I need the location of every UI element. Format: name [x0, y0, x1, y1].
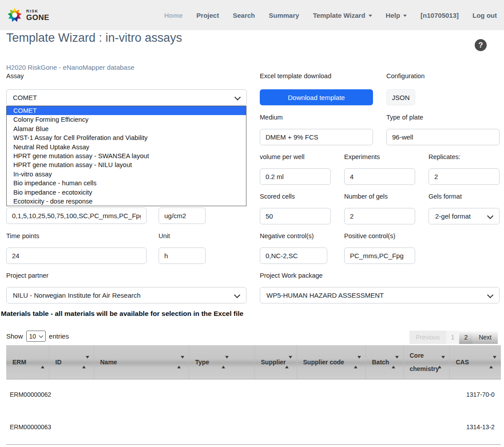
configuration-label: Configuration [386, 72, 425, 80]
riskgone-pinwheel-icon [6, 7, 23, 24]
sort-both-icon [489, 355, 496, 369]
pagination-page-1-button[interactable]: 1 [446, 331, 460, 344]
assay-option[interactable]: Alamar Blue [7, 124, 246, 133]
pagination-previous-button[interactable]: Previous [409, 331, 446, 344]
replicates-input[interactable] [429, 168, 500, 185]
chevron-down-icon [487, 292, 493, 298]
page-title: Template Wizard : in-vitro assays [6, 31, 182, 45]
medium-label: Medium [260, 114, 283, 121]
column-header-cas[interactable]: CAS [449, 345, 501, 379]
materials-heading: Materials table - all materials will be … [1, 310, 243, 318]
entries-label: entries [49, 332, 69, 340]
nav-item-project[interactable]: Project [196, 12, 219, 19]
cell-core-chemistry [403, 379, 449, 411]
cell-supplier-code [297, 411, 365, 444]
cell-erm: ERM00000062 [6, 379, 49, 411]
column-header-name[interactable]: Name [94, 345, 189, 379]
assay-option[interactable]: Bio impedance - human cells [7, 179, 246, 188]
pagination-next-button[interactable]: Next [472, 331, 498, 344]
pagination-page-2-button[interactable]: 2 [459, 331, 472, 344]
number-of-gels-label: Number of gels [344, 193, 388, 200]
time-points-input[interactable] [6, 247, 147, 264]
assay-label: Assay [6, 72, 24, 80]
chevron-down-icon [234, 94, 241, 100]
column-header-core-chemistry[interactable]: Core chemistry [403, 345, 449, 379]
column-header-id[interactable]: ID [49, 345, 94, 379]
gels-format-label: Gels format [429, 193, 462, 200]
page-size-select[interactable]: 10 [26, 331, 46, 342]
assay-option[interactable]: Bio impedance - ecotoxicity [7, 188, 246, 197]
number-of-gels-input[interactable] [344, 208, 415, 224]
column-header-supplier[interactable]: Supplier [254, 345, 297, 379]
nav-item-summary[interactable]: Summary [269, 12, 299, 19]
question-help-icon[interactable]: ? [475, 39, 487, 51]
negative-controls-input[interactable] [260, 247, 327, 264]
assay-option[interactable]: Colony Forming Efficiency [7, 115, 246, 124]
volume-per-well-input[interactable] [260, 168, 331, 185]
column-header-supplier-code[interactable]: Supplier code [297, 345, 365, 379]
negative-controls-label: Negative control(s) [260, 232, 314, 239]
nav-item-user-id[interactable]: [n10705013] [421, 12, 459, 19]
assay-option[interactable]: Neutral Red Uptake Assay [7, 143, 246, 152]
nav-item-search[interactable]: Search [233, 12, 255, 19]
caret-down-icon [403, 15, 407, 17]
project-partner-select[interactable]: NILU - Norwegian Institute for Air Resea… [6, 287, 246, 303]
assay-option[interactable]: Ecotoxicity - dose response [7, 197, 246, 206]
concentrations-input[interactable] [6, 208, 147, 224]
column-header-supplier-code-label: Supplier code [303, 359, 345, 366]
column-header-id-label: ID [56, 359, 62, 366]
column-header-type[interactable]: Type [189, 345, 254, 379]
assay-select[interactable]: COMET [6, 89, 247, 106]
materials-table: ERM ID Name Type Supplier Supplier code … [6, 345, 501, 445]
sort-both-icon [285, 355, 292, 369]
nav-item-template-wizard-label: Template Wizard [313, 12, 365, 19]
cell-id [49, 379, 94, 411]
column-header-batch[interactable]: Batch [365, 345, 403, 379]
medium-input[interactable] [260, 129, 373, 145]
page-size-value: 10 [29, 333, 36, 340]
excel-template-label: Excel template download [260, 72, 331, 80]
assay-select-value: COMET [13, 94, 37, 101]
sort-both-icon [354, 355, 361, 369]
type-of-plate-input[interactable] [386, 129, 500, 145]
time-unit-label: Unit [159, 232, 170, 239]
work-package-select[interactable]: WP5-HUMAN HAZARD ASSESSMENT [260, 287, 500, 303]
assay-option[interactable]: COMET [7, 106, 246, 115]
column-header-erm[interactable]: ERM [6, 345, 49, 379]
assay-option[interactable]: In-vitro assay [7, 170, 246, 179]
sort-both-icon [438, 355, 445, 369]
time-unit-input[interactable] [159, 247, 206, 264]
cell-type [189, 411, 254, 444]
positive-controls-input[interactable] [344, 247, 415, 264]
assay-dropdown-list: COMET Colony Forming Efficiency Alamar B… [6, 106, 246, 206]
riskgone-logo[interactable]: RISK GONE [6, 7, 49, 24]
gels-format-select[interactable]: 2-gel format [429, 208, 500, 224]
brand-risk-label: RISK [26, 9, 49, 13]
column-header-supplier-label: Supplier [261, 359, 286, 366]
table-row[interactable]: ERM00000063 1314-13-2 [6, 411, 501, 444]
work-package-label: Project Work package [260, 272, 323, 279]
table-row[interactable]: ERM00000062 1317-70-0 [6, 379, 501, 411]
download-template-button[interactable]: Download template [260, 89, 373, 105]
database-link[interactable]: H2020 RiskGone - eNanoMapper database [6, 64, 135, 71]
experiments-input[interactable] [344, 168, 415, 185]
nav-item-help[interactable]: Help [386, 12, 407, 19]
sort-both-icon [177, 355, 184, 369]
json-configuration-button[interactable]: JSON [386, 89, 415, 105]
nav-item-home[interactable]: Home [164, 12, 183, 19]
sort-both-icon [392, 355, 399, 369]
nav-item-template-wizard[interactable]: Template Wizard [313, 12, 372, 19]
cell-cas: 1317-70-0 [449, 379, 501, 411]
nav-item-logout[interactable]: Log out [472, 12, 497, 19]
scored-cells-input[interactable] [260, 208, 331, 224]
assay-option[interactable]: HPRT gene mutation assay - NILU layout [7, 160, 246, 169]
nav-item-help-label: Help [386, 12, 401, 19]
project-partner-label: Project partner [6, 272, 48, 279]
assay-option[interactable]: WST-1 Assay for Cell Proliferation and V… [7, 133, 246, 142]
gels-format-select-value: 2-gel format [435, 212, 471, 220]
assay-option[interactable]: HPRT gene mutation assay - SWANSEA layou… [7, 152, 246, 160]
chevron-down-icon [234, 292, 240, 298]
concentration-unit-input[interactable] [159, 208, 206, 224]
column-header-name-label: Name [100, 359, 117, 366]
show-entries-control: Show 10 entries [6, 331, 69, 342]
